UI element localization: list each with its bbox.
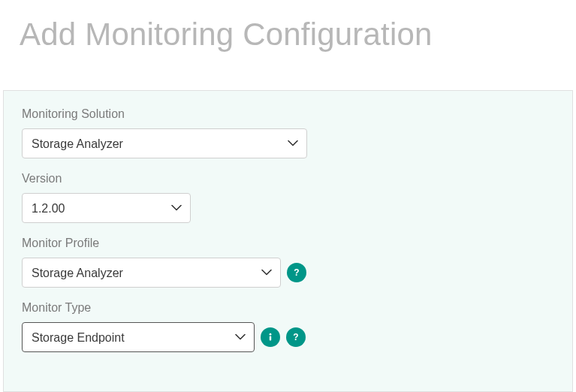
select-monitor-profile[interactable]: Storage Analyzer [22, 258, 281, 288]
svg-text:?: ? [294, 267, 299, 278]
help-icon: ? [291, 267, 302, 278]
label-version: Version [22, 172, 554, 185]
form-panel: Monitoring Solution Storage Analyzer Ver… [3, 90, 573, 392]
field-monitoring-solution: Monitoring Solution Storage Analyzer [22, 107, 554, 158]
svg-point-1 [270, 333, 272, 336]
page-title: Add Monitoring Configuration [0, 0, 576, 66]
select-version[interactable]: 1.2.00 [22, 193, 191, 223]
info-icon [265, 332, 276, 342]
label-monitor-profile: Monitor Profile [22, 237, 554, 250]
help-icon: ? [291, 332, 301, 342]
label-monitor-type: Monitor Type [22, 301, 554, 315]
info-monitor-type[interactable] [261, 327, 280, 347]
svg-text:?: ? [293, 332, 298, 342]
field-version: Version 1.2.00 [22, 172, 554, 223]
svg-rect-2 [270, 336, 271, 341]
field-monitor-type: Monitor Type Storage Endpoint [22, 301, 554, 352]
select-monitoring-solution[interactable]: Storage Analyzer [22, 128, 307, 158]
help-monitor-type[interactable]: ? [286, 327, 306, 347]
select-monitor-type[interactable]: Storage Endpoint [22, 322, 255, 352]
field-monitor-profile: Monitor Profile Storage Analyzer ? [22, 237, 554, 288]
label-monitoring-solution: Monitoring Solution [22, 107, 554, 121]
help-monitor-profile[interactable]: ? [287, 263, 306, 282]
